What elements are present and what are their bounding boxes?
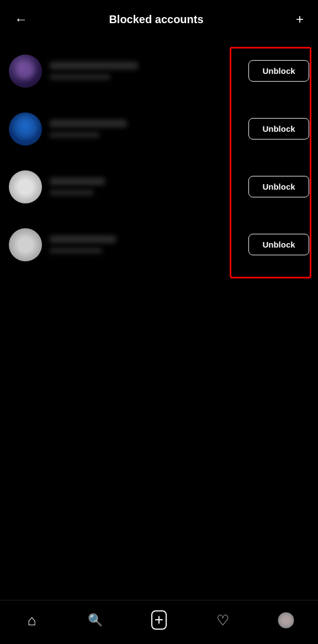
unblock-button-1[interactable]: Unblock bbox=[248, 60, 309, 82]
page-title: Blocked accounts bbox=[21, 13, 292, 26]
list-item: Unblock bbox=[9, 158, 309, 216]
account-info bbox=[50, 178, 248, 196]
bottom-navigation: ⌂ 🔍 + ♡ bbox=[0, 600, 318, 644]
unblock-button-2[interactable]: Unblock bbox=[248, 118, 309, 139]
blocked-accounts-list: Unblock Unblock Unblock Unblock bbox=[0, 42, 318, 273]
search-icon: 🔍 bbox=[88, 614, 103, 626]
account-name bbox=[50, 235, 116, 243]
account-username bbox=[50, 74, 110, 80]
account-username bbox=[50, 248, 102, 254]
account-name bbox=[50, 120, 127, 127]
nav-heart[interactable]: ♡ bbox=[191, 613, 255, 627]
nav-profile[interactable] bbox=[255, 612, 318, 629]
profile-avatar bbox=[278, 612, 294, 629]
unblock-button-3[interactable]: Unblock bbox=[248, 176, 309, 197]
unblock-button-4[interactable]: Unblock bbox=[248, 234, 309, 255]
empty-space bbox=[0, 273, 318, 604]
add-icon: + bbox=[151, 610, 167, 630]
account-info bbox=[50, 120, 248, 138]
header: ← Blocked accounts + bbox=[0, 0, 318, 39]
avatar bbox=[9, 55, 42, 88]
account-info bbox=[50, 62, 248, 80]
account-name bbox=[50, 178, 105, 185]
list-item: Unblock bbox=[9, 216, 309, 273]
heart-icon: ♡ bbox=[216, 613, 229, 627]
nav-home[interactable]: ⌂ bbox=[0, 613, 63, 627]
nav-search[interactable]: 🔍 bbox=[63, 614, 127, 626]
avatar bbox=[9, 228, 42, 261]
account-name bbox=[50, 62, 138, 69]
account-username bbox=[50, 190, 94, 196]
avatar bbox=[9, 112, 42, 146]
account-info bbox=[50, 235, 248, 254]
list-item: Unblock bbox=[9, 100, 309, 158]
add-button[interactable]: + bbox=[292, 9, 308, 29]
account-username bbox=[50, 132, 99, 138]
list-item: Unblock bbox=[9, 42, 309, 100]
nav-add[interactable]: + bbox=[127, 610, 190, 630]
avatar bbox=[9, 170, 42, 203]
home-icon: ⌂ bbox=[28, 613, 36, 627]
